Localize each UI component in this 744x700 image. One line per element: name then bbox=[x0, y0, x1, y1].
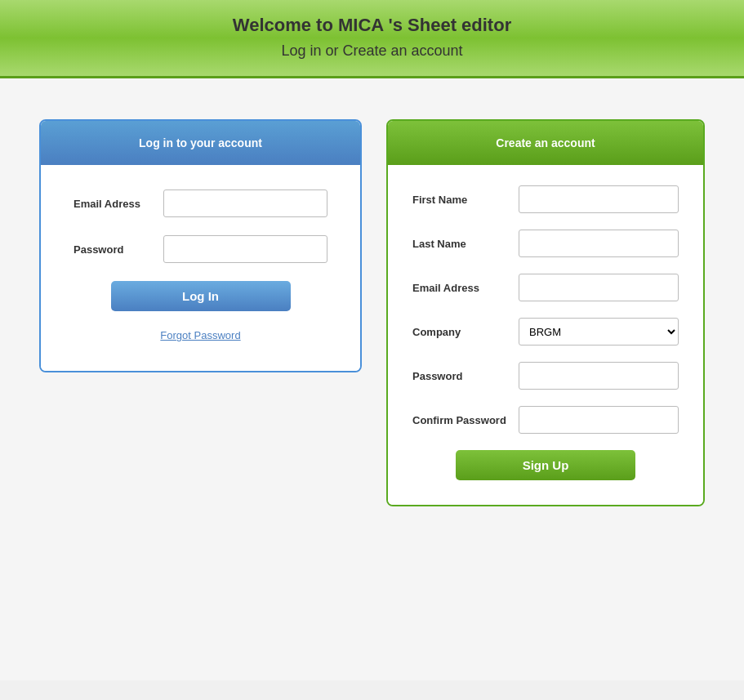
first-name-input[interactable] bbox=[519, 185, 679, 213]
confirm-password-row: Confirm Password bbox=[412, 406, 679, 434]
page-header: Welcome to MICA 's Sheet editor Log in o… bbox=[0, 0, 744, 78]
register-card-title: Create an account bbox=[496, 136, 595, 149]
email-label: Email Adress bbox=[74, 198, 163, 210]
register-card: Create an account First Name Last Name E… bbox=[386, 119, 705, 506]
register-password-row: Password bbox=[412, 362, 679, 390]
register-email-input[interactable] bbox=[519, 274, 679, 301]
login-form-body: Email Adress Password Log In Forgot Pass… bbox=[41, 165, 360, 371]
main-content: Log in to your account Email Adress Pass… bbox=[0, 78, 744, 680]
header-subtitle: Log in or Create an account bbox=[16, 42, 728, 60]
first-name-label: First Name bbox=[412, 194, 519, 206]
first-name-row: First Name bbox=[412, 185, 679, 213]
login-button[interactable]: Log In bbox=[111, 281, 291, 311]
register-password-input[interactable] bbox=[519, 362, 679, 390]
confirm-password-label: Confirm Password bbox=[412, 414, 519, 426]
password-label: Password bbox=[74, 243, 163, 256]
login-card: Log in to your account Email Adress Pass… bbox=[39, 119, 362, 372]
signup-button[interactable]: Sign Up bbox=[456, 450, 635, 480]
register-form-body: First Name Last Name Email Adress Compan… bbox=[388, 165, 703, 505]
login-card-header: Log in to your account bbox=[41, 121, 360, 165]
confirm-password-input[interactable] bbox=[519, 406, 679, 434]
company-select[interactable]: BRGM Other bbox=[519, 318, 679, 346]
password-row: Password bbox=[74, 235, 327, 263]
forgot-password-row: Forgot Password bbox=[74, 328, 327, 342]
register-email-row: Email Adress bbox=[412, 274, 679, 301]
header-title: Welcome to MICA 's Sheet editor bbox=[16, 15, 728, 36]
last-name-label: Last Name bbox=[412, 238, 519, 250]
forgot-password-link[interactable]: Forgot Password bbox=[160, 329, 240, 341]
email-input[interactable] bbox=[163, 189, 327, 217]
register-email-label: Email Adress bbox=[412, 282, 519, 294]
last-name-input[interactable] bbox=[519, 230, 679, 257]
register-card-header: Create an account bbox=[388, 121, 703, 165]
login-card-title: Log in to your account bbox=[139, 136, 262, 149]
password-input[interactable] bbox=[163, 235, 327, 263]
signup-button-row: Sign Up bbox=[412, 450, 679, 480]
company-label: Company bbox=[412, 326, 519, 338]
company-row: Company BRGM Other bbox=[412, 318, 679, 346]
login-button-row: Log In bbox=[74, 281, 327, 311]
email-row: Email Adress bbox=[74, 189, 327, 217]
register-password-label: Password bbox=[412, 370, 519, 382]
last-name-row: Last Name bbox=[412, 230, 679, 257]
